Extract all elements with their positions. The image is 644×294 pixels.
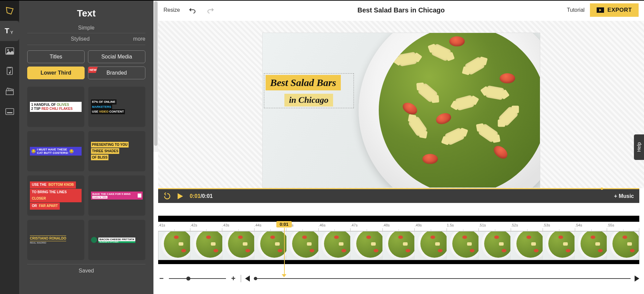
- thumb-avatar-icon: [91, 237, 97, 243]
- pill-social-media[interactable]: Social Media: [88, 50, 145, 63]
- rail-image[interactable]: [0, 41, 19, 61]
- tick: .55s: [607, 222, 639, 231]
- template-thumb[interactable]: 87% OF ONLINE MARKETERS USE VIDEO CONTEN…: [88, 87, 145, 127]
- scroll-right-icon[interactable]: [635, 276, 639, 282]
- t: BAKE THE CAKE FOR 5 MINS: [92, 193, 131, 196]
- frame-thumb[interactable]: [223, 232, 255, 260]
- rail-text[interactable]: TY: [0, 21, 19, 41]
- rail-audio[interactable]: [0, 61, 19, 81]
- pill-titles[interactable]: Titles: [27, 50, 85, 63]
- tab-stylised[interactable]: Stylised: [71, 36, 90, 42]
- svg-rect-7: [6, 91, 13, 95]
- svg-rect-9: [7, 112, 12, 113]
- t: I MUST HAVE THESE: [37, 148, 67, 151]
- tutorial-link[interactable]: Tutorial: [567, 7, 585, 13]
- progress-handle[interactable]: [601, 187, 603, 190]
- pill-branded[interactable]: NEW Branded: [88, 67, 145, 79]
- zoom-handle[interactable]: [186, 277, 190, 281]
- zoom-row: − +: [158, 274, 639, 284]
- overlay-line2[interactable]: in Chicago: [284, 94, 333, 107]
- rail-scene[interactable]: [0, 81, 19, 101]
- frame-thumb[interactable]: [319, 232, 351, 260]
- tick: .49s: [415, 222, 447, 231]
- redo-icon[interactable]: [207, 7, 215, 13]
- t: USE THE: [31, 182, 47, 188]
- template-thumb[interactable]: 1 HANDFUL OF OLIVES 2 TSP RED CHILI FLAK…: [27, 87, 84, 127]
- frame-thumb[interactable]: [543, 232, 575, 260]
- frame-thumb[interactable]: [511, 232, 543, 260]
- t: OR: [31, 203, 38, 209]
- saved-section-label[interactable]: Saved: [27, 264, 145, 274]
- zoom-out-icon[interactable]: −: [158, 274, 165, 283]
- video-canvas[interactable]: Best Salad Bars in Chicago: [263, 33, 540, 187]
- frame-thumb[interactable]: [575, 232, 607, 260]
- undo-icon[interactable]: [188, 7, 196, 13]
- template-thumb[interactable]: 😂 I MUST HAVE THESECAT BUTT COSTERS! 😂: [27, 131, 84, 171]
- play-icon[interactable]: [177, 193, 184, 200]
- logo-icon[interactable]: [0, 1, 19, 21]
- help-tab[interactable]: Help: [634, 134, 644, 160]
- timeline-strip-bottom: [158, 260, 639, 264]
- tick: .48s: [383, 222, 415, 231]
- rail-caption[interactable]: [0, 101, 19, 122]
- player-bar: 0:01 / 0:01 + Music: [158, 188, 639, 203]
- resize-button[interactable]: Resize: [164, 7, 180, 13]
- frame-thumb[interactable]: [158, 232, 190, 260]
- tick: .47s: [351, 222, 383, 231]
- frame-thumb[interactable]: [447, 232, 479, 260]
- t: BACON CHEESE FRITTATA: [98, 238, 135, 241]
- t: 1 HANDFUL OF: [31, 103, 57, 107]
- add-music-button[interactable]: + Music: [614, 193, 634, 199]
- frame-thumb[interactable]: [351, 232, 382, 260]
- template-grid: 1 HANDFUL OF OLIVES 2 TSP RED CHILI FLAK…: [27, 87, 145, 260]
- overlay-line1[interactable]: Best Salad Bars: [266, 75, 341, 90]
- tick: .46s: [319, 222, 351, 231]
- project-title[interactable]: Best Salad Bars in Chicago: [357, 6, 445, 14]
- scrollbar-vertical[interactable]: [153, 1, 158, 152]
- t: CAT BUTT COSTERS!: [37, 151, 68, 155]
- divider: [241, 275, 241, 282]
- progress-bar[interactable]: [158, 188, 601, 189]
- template-thumb[interactable]: BAKE THE CAKE FOR 5 MINS CUES 'N' TIPS: [88, 175, 145, 216]
- zoom-in-icon[interactable]: +: [230, 274, 237, 283]
- frame-thumb[interactable]: [607, 232, 639, 260]
- zoom-slider[interactable]: [169, 278, 226, 279]
- timeline-scrollbar[interactable]: [254, 278, 631, 279]
- tick: .41s: [158, 222, 190, 231]
- time-duration: 0:01: [202, 193, 213, 199]
- frame-thumb[interactable]: [190, 232, 222, 260]
- playhead-time: 0:01: [276, 221, 292, 227]
- tick: 1.5s: [447, 222, 479, 231]
- t: MARKETERS: [92, 105, 111, 109]
- canvas-area: Best Salad Bars in Chicago: [158, 21, 644, 188]
- frame-thumb[interactable]: [255, 232, 286, 260]
- timeline-frames[interactable]: [158, 231, 639, 260]
- t: FAR APART: [38, 203, 59, 209]
- text-overlay[interactable]: Best Salad Bars in Chicago: [264, 73, 354, 108]
- tick: .51s: [479, 222, 511, 231]
- tick: .43s: [222, 222, 255, 231]
- rewind-icon[interactable]: [164, 193, 171, 200]
- scroll-left-icon[interactable]: [245, 276, 250, 282]
- playhead[interactable]: 0:01: [276, 221, 292, 227]
- tab-more[interactable]: more: [133, 36, 145, 42]
- timeline-ruler[interactable]: 0:01 .41s .42s .43s .44s .45s .46s .47s …: [158, 222, 639, 231]
- export-button[interactable]: EXPORT: [590, 3, 639, 17]
- template-thumb[interactable]: USE THE BOTTOM KNOB TO BRING THE LINES C…: [27, 175, 84, 216]
- frame-thumb[interactable]: [479, 232, 511, 260]
- t: VIDEO: [99, 110, 108, 113]
- svg-point-6: [9, 72, 10, 74]
- frame-thumb[interactable]: [287, 232, 319, 260]
- tick: .52s: [511, 222, 543, 231]
- pill-lower-third[interactable]: Lower Third: [27, 67, 85, 79]
- template-thumb[interactable]: PRESENTING TO YOU THREE SHADES OF BLISS: [88, 131, 145, 171]
- template-thumb[interactable]: BACON CHEESE FRITTATA SUSHMI'S KITCHEN: [88, 220, 145, 260]
- text-panel: Text Simple Stylised more Titles Social …: [19, 1, 153, 294]
- svg-text:T: T: [5, 27, 9, 35]
- frame-thumb[interactable]: [415, 232, 447, 260]
- scroll-handle[interactable]: [254, 277, 257, 280]
- tab-simple[interactable]: Simple: [78, 25, 95, 31]
- template-thumb[interactable]: CRISTIANO RONALDO REAL MADRID: [27, 220, 84, 260]
- frame-thumb[interactable]: [383, 232, 415, 260]
- tick: .42s: [190, 222, 223, 231]
